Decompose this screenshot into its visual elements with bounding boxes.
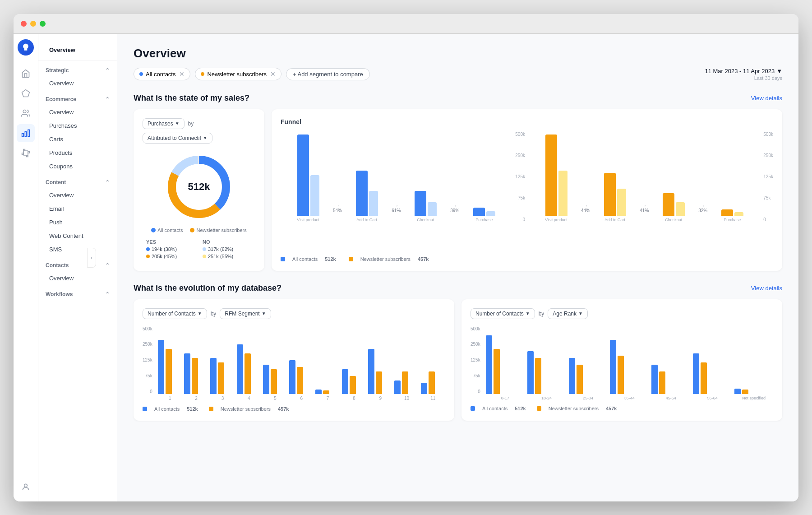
bar-blue-light-cart	[369, 191, 378, 216]
y-0-rfm: 0	[150, 389, 152, 394]
evo-age-dropdown1-label: Number of Contacts	[475, 311, 524, 317]
nav-users[interactable]	[17, 104, 35, 122]
nav-diamond[interactable]	[17, 84, 35, 102]
evolution-section-header: What is the evolution of my database? Vi…	[134, 283, 782, 293]
y-right-75k: 75k	[763, 195, 773, 200]
yes-no-table: YES NO 194k (38%) 317k (62%) 205k (4	[143, 239, 255, 259]
collapse-ecommerce-icon: ⌃	[105, 96, 110, 102]
evo-rfm-dropdown1[interactable]: Number of Contacts ▼	[143, 308, 207, 319]
sales-view-details[interactable]: View details	[751, 95, 782, 102]
evo-age-chevron1: ▼	[526, 311, 530, 316]
evo-rfm-dropdown1-label: Number of Contacts	[148, 311, 196, 317]
x-age-5564: 55-64	[693, 396, 732, 400]
nav-products[interactable]: Products	[42, 146, 113, 159]
bar-gold-light-cart	[617, 189, 626, 216]
bar-7-gold	[323, 390, 329, 394]
sales-donut-card: Purchases ▼ by Attributed to Connectif ▼	[134, 109, 264, 271]
attributed-dropdown[interactable]: Attributed to Connectif ▼	[143, 133, 212, 144]
nav-purchases[interactable]: Purchases	[42, 119, 113, 132]
nav-section-ecommerce-header[interactable]: Ecommerce ⌃	[38, 93, 117, 105]
add-segment-button[interactable]: + Add segment to compare	[286, 68, 370, 80]
logo-icon	[21, 43, 30, 52]
bar-blue-light-visit	[310, 175, 319, 216]
nav-section-content-header[interactable]: Content ⌃	[38, 176, 117, 188]
nav-coupons[interactable]: Coupons	[42, 160, 113, 173]
evo-rfm-dropdown-row: Number of Contacts ▼ by RFM Segment ▼	[143, 308, 445, 319]
evo-rfm-card: Number of Contacts ▼ by RFM Segment ▼ 50…	[134, 299, 454, 421]
x-rfm-3: 3	[210, 396, 235, 401]
donut-legend: All contacts Newsletter subscribers	[143, 227, 255, 233]
bar-1824-blue	[527, 351, 534, 394]
nav-push[interactable]: Push	[42, 216, 113, 229]
bar-1-blue	[158, 340, 164, 394]
evolution-cards-row: Number of Contacts ▼ by RFM Segment ▼ 50…	[134, 299, 782, 421]
nav-home[interactable]	[17, 65, 35, 83]
date-range-chevron: ▼	[776, 68, 782, 74]
bar-3544-gold	[618, 356, 624, 394]
nav-section-strategic-header[interactable]: Strategic ⌃	[38, 65, 117, 76]
remove-newsletter-icon[interactable]: ✕	[270, 70, 276, 78]
main-content: Overview All contacts ✕ Newsletter subsc…	[117, 34, 798, 501]
collapse-nav-button[interactable]: ‹	[87, 248, 96, 268]
nav-puzzle[interactable]	[17, 144, 35, 162]
nav-email[interactable]: Email	[42, 202, 113, 215]
nav-analytics[interactable]	[17, 124, 35, 142]
bar-blue-cart	[356, 171, 368, 216]
evolution-view-details[interactable]: View details	[751, 285, 782, 292]
add-segment-label: + Add segment to compare	[293, 71, 363, 78]
close-button[interactable]	[21, 21, 27, 27]
y-right-250k: 250k	[763, 153, 773, 158]
filter-newsletter[interactable]: Newsletter subscribers ✕	[195, 68, 281, 80]
collapse-contacts-icon: ⌃	[105, 262, 110, 269]
evo-age-dropdown2[interactable]: Age Rank ▼	[548, 308, 588, 319]
bar-4-gold	[245, 353, 251, 394]
remove-all-contacts-icon[interactable]: ✕	[179, 70, 185, 78]
nav-section-workflows-header[interactable]: Workflows ⌃	[38, 288, 117, 300]
bar-gold-purchase	[721, 209, 733, 216]
nav-web-content[interactable]: Web Content	[42, 229, 113, 242]
filter-bar: All contacts ✕ Newsletter subscribers ✕ …	[134, 68, 782, 81]
nav-content-overview[interactable]: Overview	[42, 189, 113, 202]
funnel-right-bars: Visit product →44%	[529, 132, 760, 222]
icon-sidebar	[14, 34, 38, 501]
evo-age-legend: All contacts 512k Newsletter subscribers…	[471, 406, 773, 411]
funnel-right-purchase: Purchase	[708, 209, 756, 222]
funnel-title: Funnel	[281, 118, 773, 125]
label-purchase-right: Purchase	[724, 218, 741, 222]
maximize-button[interactable]	[40, 21, 46, 27]
nav-user-profile[interactable]	[17, 478, 35, 496]
date-range[interactable]: 11 Mar 2023 - 11 Apr 2023 ▼ Last 30 days	[705, 68, 782, 81]
y-250k-age: 250k	[471, 342, 480, 347]
nav-strategic-overview[interactable]: Overview	[42, 77, 113, 90]
all-contacts-yes: 194k (38%)	[146, 246, 195, 252]
y-75k-rfm: 75k	[145, 373, 152, 378]
newsletter-yes: 205k (45%)	[146, 254, 195, 259]
minimize-button[interactable]	[30, 21, 36, 27]
nav-overview-top[interactable]: Overview	[42, 43, 113, 57]
nav-sms[interactable]: SMS	[42, 243, 113, 256]
evo-age-by: by	[539, 311, 544, 317]
nav-section-contacts-header[interactable]: Contacts ⌃	[38, 260, 117, 271]
purchases-dropdown[interactable]: Purchases ▼	[143, 118, 185, 129]
all-contacts-no: 317k (62%)	[203, 246, 252, 252]
bar-3-gold	[218, 362, 224, 394]
app-logo	[18, 39, 34, 56]
x-age-017: 0-17	[486, 396, 525, 400]
y-right-500k: 500k	[763, 132, 773, 137]
bar-gold-light-purchase	[734, 212, 743, 216]
y-label-125k: 125k	[515, 174, 525, 179]
evo-age-x-labels: 0-17 18-24 25-34 35-44 45-54 55-64 Not s…	[486, 396, 773, 400]
evo-age-dropdown1[interactable]: Number of Contacts ▼	[471, 308, 535, 319]
evo-rfm-dropdown2[interactable]: RFM Segment ▼	[220, 308, 271, 319]
filter-all-contacts[interactable]: All contacts ✕	[134, 68, 190, 80]
y-label-500k: 500k	[515, 132, 525, 137]
nav-carts[interactable]: Carts	[42, 133, 113, 146]
bar-gold-light-checkout	[676, 202, 685, 216]
funnel-newsletter-val: 457k	[418, 256, 429, 262]
nav-ecommerce-overview[interactable]: Overview	[42, 106, 113, 119]
nav-contacts-overview[interactable]: Overview	[42, 272, 113, 285]
evo-age-card: Number of Contacts ▼ by Age Rank ▼ 500k	[461, 299, 782, 421]
x-age-ns: Not specified	[734, 396, 773, 400]
funnel-left-group: Visit product →54%	[281, 132, 512, 249]
attributed-dropdown-label: Attributed to Connectif	[148, 135, 201, 141]
